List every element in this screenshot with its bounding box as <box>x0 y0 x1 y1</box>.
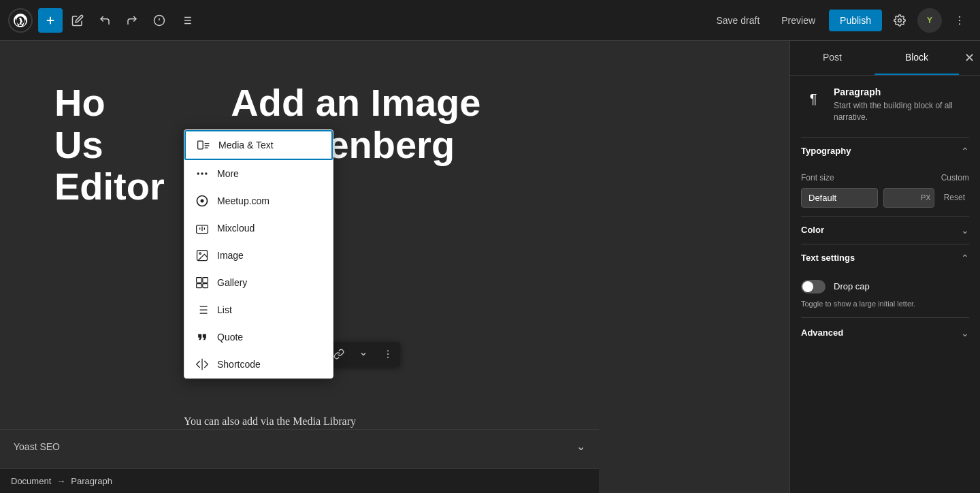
dropdown-item-quote[interactable]: Quote <box>184 323 333 351</box>
font-size-label: Font size <box>801 173 936 182</box>
dropdown-item-shortcode[interactable]: Shortcode <box>184 351 333 378</box>
advanced-chevron-icon: ⌄ <box>961 328 969 338</box>
font-size-unit: PX <box>918 193 934 202</box>
svg-point-37 <box>387 350 389 351</box>
typography-chevron-icon: ⌃ <box>961 146 969 157</box>
svg-point-25 <box>199 253 201 255</box>
paragraph-block-icon: ¶ <box>801 86 826 111</box>
dropdown-item-label: Media & Text <box>218 140 274 150</box>
dropdown-item-label: Gallery <box>217 277 247 288</box>
yoast-button[interactable]: Y <box>917 8 942 33</box>
link-chevron-button[interactable] <box>351 342 376 366</box>
tab-post[interactable]: Post <box>790 41 875 75</box>
color-chevron-icon: ⌄ <box>961 225 969 236</box>
text-settings-chevron-icon: ⌃ <box>961 253 969 264</box>
status-document: Document <box>11 476 51 486</box>
svg-point-39 <box>387 357 389 358</box>
edit-button[interactable] <box>65 8 90 33</box>
redo-button[interactable] <box>120 8 144 33</box>
dropdown-item-gallery[interactable]: Gallery <box>184 269 333 296</box>
font-size-controls: Default PX Reset <box>801 188 969 208</box>
color-section-header[interactable]: Color ⌄ <box>801 216 969 244</box>
status-arrow-icon: → <box>56 476 65 486</box>
dropdown-item-meetup[interactable]: Meetup.com <box>184 187 333 214</box>
svg-point-38 <box>387 353 389 355</box>
typography-section: Font size Custom Default PX Reset <box>801 165 969 216</box>
yoast-chevron-icon[interactable]: ⌄ <box>576 440 585 453</box>
sidebar-close-button[interactable]: ✕ <box>959 45 980 71</box>
quote-icon <box>195 330 209 344</box>
meetup-icon <box>195 194 209 208</box>
block-dropdown-menu: Media & Text More Mee <box>184 129 333 379</box>
block-info: ¶ Paragraph Start with the building bloc… <box>801 86 969 123</box>
preview-button[interactable]: Preview <box>773 11 823 30</box>
save-draft-button[interactable]: Save draft <box>708 11 768 30</box>
block-toolbar <box>327 342 400 366</box>
svg-point-19 <box>197 172 199 174</box>
paragraph-text: You can also add via the Media Library <box>184 415 356 428</box>
svg-point-11 <box>898 18 902 22</box>
editor-area[interactable]: Ho Add an Image Us e Gutenberg Editor Me… <box>0 41 789 493</box>
drop-cap-description: Toggle to show a large initial letter. <box>801 299 969 309</box>
dropdown-item-label: Meetup.com <box>217 195 270 206</box>
custom-font-size-input[interactable] <box>884 189 918 207</box>
advanced-section-header[interactable]: Advanced ⌄ <box>801 317 969 348</box>
block-info-text: Paragraph Start with the building block … <box>834 86 969 123</box>
undo-button[interactable] <box>93 8 117 33</box>
dropdown-item-mixcloud[interactable]: Mixcloud <box>184 214 333 242</box>
toolbar: Save draft Preview Publish Y <box>0 0 980 41</box>
advanced-title: Advanced <box>801 328 843 338</box>
dropdown-item-media-text[interactable]: Media & Text <box>184 130 333 160</box>
publish-button[interactable]: Publish <box>829 10 882 31</box>
svg-point-12 <box>959 16 960 17</box>
dropdown-item-label: More <box>217 168 239 179</box>
typography-section-header[interactable]: Typography ⌃ <box>801 137 969 165</box>
svg-point-13 <box>959 19 960 20</box>
svg-point-21 <box>205 172 207 174</box>
status-bar: Document → Paragraph <box>0 468 599 493</box>
info-button[interactable] <box>147 8 172 33</box>
sidebar: Post Block ✕ ¶ Paragraph Start with the … <box>789 41 980 493</box>
dropdown-item-list[interactable]: List <box>184 296 333 323</box>
drop-cap-toggle-row: Drop cap <box>801 280 969 293</box>
reset-font-size-button[interactable]: Reset <box>940 189 969 206</box>
svg-point-20 <box>201 172 203 174</box>
svg-point-14 <box>959 23 960 25</box>
block-description: Start with the building block of all nar… <box>834 100 969 123</box>
text-settings-title: Text settings <box>801 253 855 263</box>
typography-title: Typography <box>801 146 851 156</box>
svg-point-22 <box>201 200 204 203</box>
text-settings-section-header[interactable]: Text settings ⌃ <box>801 244 969 272</box>
shortcode-icon <box>195 357 209 371</box>
block-name: Paragraph <box>834 86 969 97</box>
dropdown-item-label: Image <box>217 250 244 261</box>
post-title: Ho Add an Image Us e Gutenberg Editor <box>54 82 735 208</box>
main-area: Ho Add an Image Us e Gutenberg Editor Me… <box>0 41 980 493</box>
yoast-seo-bar[interactable]: Yoast SEO ⌄ <box>0 429 599 463</box>
gallery-icon <box>195 276 209 289</box>
dropdown-item-label: Mixcloud <box>217 223 255 234</box>
drop-cap-toggle[interactable] <box>801 280 826 293</box>
wp-logo-icon <box>8 8 33 33</box>
text-settings-section: Drop cap Toggle to show a large initial … <box>801 272 969 317</box>
settings-button[interactable] <box>887 8 912 33</box>
add-block-button[interactable] <box>38 8 63 33</box>
more-options-button[interactable] <box>947 8 972 33</box>
svg-rect-26 <box>197 278 202 283</box>
dropdown-item-more[interactable]: More <box>184 160 333 187</box>
tab-block[interactable]: Block <box>875 41 959 75</box>
toggle-thumb <box>802 281 813 292</box>
sidebar-tabs-row: Post Block ✕ <box>790 41 980 76</box>
svg-rect-27 <box>203 278 208 283</box>
dropdown-item-label: Shortcode <box>217 359 261 370</box>
mixcloud-icon <box>195 221 209 235</box>
dropdown-item-label: Quote <box>217 332 243 343</box>
list-view-button[interactable] <box>174 8 199 33</box>
color-title: Color <box>801 225 824 235</box>
toolbar-right: Save draft Preview Publish Y <box>708 8 972 33</box>
dropdown-item-image[interactable]: Image <box>184 242 333 269</box>
svg-rect-29 <box>203 284 208 288</box>
more-block-options-button[interactable] <box>376 342 400 366</box>
svg-rect-28 <box>197 284 202 288</box>
font-size-select[interactable]: Default <box>801 188 878 208</box>
